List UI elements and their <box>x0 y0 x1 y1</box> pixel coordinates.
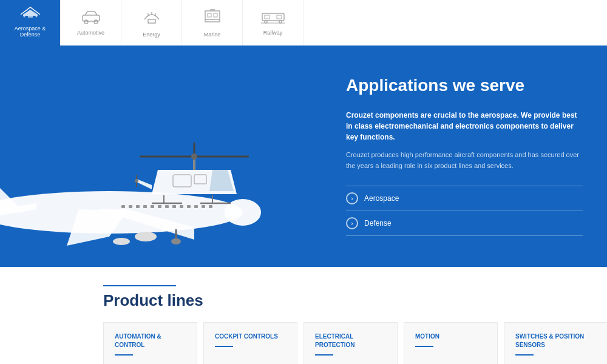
hero-image-area <box>0 46 334 267</box>
svg-point-20 <box>279 21 282 23</box>
hero-description: Crouzet produces high performance aircra… <box>346 150 583 171</box>
aerospace-link-label: Aerospace <box>364 194 399 203</box>
nav-label-marine: Marine <box>204 32 221 38</box>
nav-item-railway[interactable]: Railway <box>243 0 304 46</box>
svg-point-43 <box>191 153 197 160</box>
svg-point-40 <box>171 238 181 244</box>
marine-icon <box>202 8 223 29</box>
svg-point-37 <box>135 232 157 241</box>
svg-rect-12 <box>214 13 217 17</box>
railway-icon <box>261 10 285 27</box>
product-card-automation[interactable]: AUTOMATION & CONTROL <box>103 322 197 364</box>
hero-links: › Aerospace › Defense <box>346 186 583 236</box>
svg-point-2 <box>35 15 37 17</box>
svg-rect-11 <box>208 13 211 17</box>
product-card-label-switches: SWITCHES & POSITION SENSORS <box>515 332 602 349</box>
nav-label-railway: Railway <box>263 30 283 36</box>
nav-label-aerospace: Aerospace & Defense <box>5 25 55 38</box>
nav-label-automotive: Automotive <box>77 30 104 36</box>
svg-rect-18 <box>277 15 282 19</box>
product-card-switches[interactable]: SWITCHES & POSITION SENSORS <box>504 322 607 364</box>
svg-point-46 <box>135 179 138 183</box>
svg-rect-25 <box>129 205 132 208</box>
hero-link-defense[interactable]: › Defense <box>346 211 583 236</box>
product-card-motion[interactable]: MOTION <box>404 322 498 364</box>
product-lines-section: Product lines AUTOMATION & CONTROL COCKP… <box>0 267 607 364</box>
nav-item-automotive[interactable]: Automotive <box>61 0 121 46</box>
product-lines-title: Product lines <box>103 291 504 310</box>
hero-link-aerospace[interactable]: › Aerospace <box>346 186 583 211</box>
nav-item-energy[interactable]: Energy <box>121 0 182 46</box>
nav-item-aerospace[interactable]: Aerospace & Defense <box>0 0 61 46</box>
product-card-line-4 <box>515 354 534 356</box>
product-card-line-1 <box>215 346 233 347</box>
product-card-cockpit[interactable]: COCKPIT CONTROLS <box>203 322 297 364</box>
hero-section: Applications we serve Crouzet components… <box>0 46 607 267</box>
hero-title: Applications we serve <box>346 76 583 95</box>
product-card-label-motion: MOTION <box>415 332 486 341</box>
product-title-line <box>103 285 176 286</box>
product-card-line-2 <box>315 354 333 356</box>
svg-point-19 <box>265 21 267 23</box>
helicopter-image <box>134 140 255 218</box>
aerospace-link-icon: › <box>346 192 358 204</box>
product-card-electrical[interactable]: ELECTRICAL PROTECTION <box>304 322 398 364</box>
nav-label-energy: Energy <box>143 32 160 38</box>
product-card-label-cockpit: COCKPIT CONTROLS <box>215 332 286 341</box>
aerospace-icon <box>19 5 41 23</box>
svg-point-4 <box>84 20 88 24</box>
defense-link-label: Defense <box>364 219 392 228</box>
navigation: Aerospace & Defense Automotive Energy <box>0 0 607 46</box>
hero-content: Applications we serve Crouzet components… <box>334 46 607 267</box>
defense-link-icon: › <box>346 217 358 229</box>
product-title-area: Product lines <box>0 285 607 310</box>
product-card-line-0 <box>115 354 133 356</box>
product-card-line-3 <box>415 346 433 347</box>
svg-point-1 <box>23 15 25 17</box>
nav-item-marine[interactable]: Marine <box>182 0 243 46</box>
product-cards-container: AUTOMATION & CONTROL COCKPIT CONTROLS EL… <box>0 322 607 364</box>
svg-rect-6 <box>148 19 155 23</box>
svg-rect-0 <box>28 16 33 18</box>
svg-point-5 <box>94 20 98 24</box>
svg-rect-24 <box>121 205 125 208</box>
automotive-icon <box>80 10 102 27</box>
svg-rect-17 <box>265 15 270 19</box>
energy-icon <box>141 8 163 29</box>
product-card-label-electrical: ELECTRICAL PROTECTION <box>315 332 386 349</box>
product-card-label-automation: AUTOMATION & CONTROL <box>115 332 186 349</box>
svg-rect-16 <box>262 13 284 21</box>
hero-tagline: Crouzet components are crucial to the ae… <box>346 110 583 143</box>
svg-point-38 <box>113 238 130 245</box>
